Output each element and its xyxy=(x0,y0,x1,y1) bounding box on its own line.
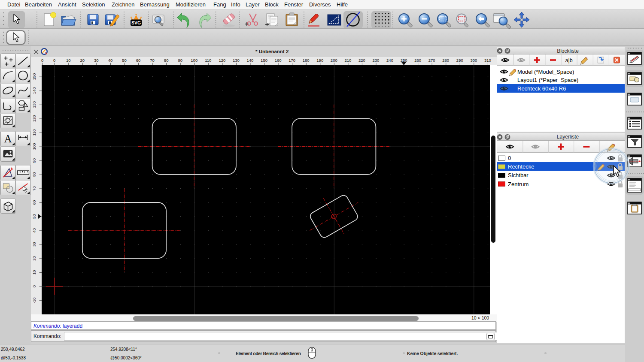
svg-text:40: 40 xyxy=(108,58,113,63)
svg-text:230: 230 xyxy=(373,58,380,63)
svg-text:220: 220 xyxy=(358,58,365,63)
svg-text:100: 100 xyxy=(32,143,36,150)
svg-text:-10: -10 xyxy=(32,297,36,303)
svg-text:50: 50 xyxy=(122,58,127,63)
svg-text:80: 80 xyxy=(164,58,169,63)
svg-text:130: 130 xyxy=(32,101,36,108)
svg-text:Layout1 (*Paper_Space): Layout1 (*Paper_Space) xyxy=(517,77,578,83)
svg-text:0: 0 xyxy=(53,58,55,63)
svg-text:280: 280 xyxy=(442,58,449,63)
svg-text:0: 0 xyxy=(41,58,43,63)
svg-text:250: 250 xyxy=(401,58,407,63)
svg-text:140: 140 xyxy=(32,87,36,94)
svg-text:30: 30 xyxy=(32,242,36,247)
svg-text:SVG: SVG xyxy=(131,20,141,25)
svg-text:10: 10 xyxy=(32,270,36,275)
svg-text:90: 90 xyxy=(32,158,36,163)
svg-text:300: 300 xyxy=(470,58,477,63)
svg-text:150: 150 xyxy=(32,73,36,80)
svg-text:210: 210 xyxy=(344,58,351,63)
svg-text:120: 120 xyxy=(219,58,225,63)
svg-text:a|b: a|b xyxy=(565,57,573,63)
svg-text:180: 180 xyxy=(303,58,310,63)
svg-text:60: 60 xyxy=(32,200,36,205)
svg-text:260: 260 xyxy=(414,58,421,63)
svg-text:200: 200 xyxy=(331,58,337,63)
svg-text:70: 70 xyxy=(32,186,36,191)
svg-text:Zentrum: Zentrum xyxy=(508,181,529,187)
svg-text:20: 20 xyxy=(80,58,85,63)
svg-text:60: 60 xyxy=(136,58,141,63)
svg-text:110: 110 xyxy=(205,58,211,63)
svg-text:290: 290 xyxy=(456,58,463,63)
svg-text:170: 170 xyxy=(289,58,295,63)
svg-text:150: 150 xyxy=(261,58,267,63)
svg-text:20: 20 xyxy=(32,256,36,261)
svg-text:40: 40 xyxy=(32,228,36,233)
svg-text:130: 130 xyxy=(233,58,240,63)
svg-text:110: 110 xyxy=(32,129,36,136)
svg-text:A: A xyxy=(4,133,12,145)
svg-text:90: 90 xyxy=(178,58,182,63)
svg-text:10: 10 xyxy=(66,58,71,63)
svg-text:100: 100 xyxy=(191,58,197,63)
svg-text:Rechtecke: Rechtecke xyxy=(508,163,534,170)
svg-text:310: 310 xyxy=(484,58,491,63)
svg-text:70: 70 xyxy=(150,58,155,63)
svg-text:80: 80 xyxy=(32,172,36,177)
svg-text:270: 270 xyxy=(428,58,435,63)
svg-text:140: 140 xyxy=(247,58,254,63)
svg-text:30: 30 xyxy=(94,58,99,63)
svg-text:Model (*Model_Space): Model (*Model_Space) xyxy=(517,69,574,75)
svg-text:Sichtbar: Sichtbar xyxy=(508,172,529,178)
svg-text:240: 240 xyxy=(386,58,393,63)
svg-text:160: 160 xyxy=(275,58,282,63)
svg-text:Rechteck 60x40 R6: Rechteck 60x40 R6 xyxy=(517,85,566,92)
svg-text:120: 120 xyxy=(32,115,36,122)
svg-text:0: 0 xyxy=(32,285,36,287)
svg-text:50: 50 xyxy=(32,214,36,219)
svg-text:190: 190 xyxy=(316,58,323,63)
svg-text:0: 0 xyxy=(508,155,511,161)
